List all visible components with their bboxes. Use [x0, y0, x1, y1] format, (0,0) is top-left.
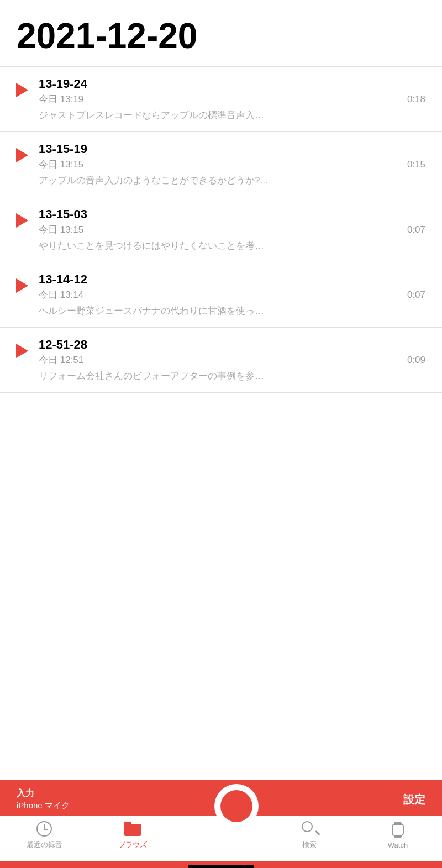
play-button[interactable] [11, 275, 33, 297]
tab-search-label: 検索 [302, 840, 317, 850]
recording-date: 今日 13:14 [39, 288, 402, 301]
play-triangle-icon [16, 344, 28, 358]
play-triangle-icon [16, 83, 28, 97]
list-item[interactable]: 13-19-24 今日 13:19 ジャストプレスレコードならアップルの標準音声… [0, 67, 442, 132]
recording-list: 13-19-24 今日 13:19 ジャストプレスレコードならアップルの標準音声… [0, 67, 442, 393]
recording-duration: 0:09 [407, 355, 425, 366]
page-title: 2021-12-20 [17, 17, 425, 55]
tab-browse[interactable]: ブラウズ [99, 820, 166, 850]
recording-preview: やりたいことを見つけるにはやりたくないことを考… [39, 239, 402, 252]
list-item[interactable]: 13-15-03 今日 13:15 やりたいことを見つけるにはやりたくないことを… [0, 197, 442, 262]
tab-recent[interactable]: 最近の録音 [11, 820, 77, 850]
recording-name: 13-19-24 [39, 77, 402, 91]
list-item[interactable]: 12-51-28 今日 12:51 リフォーム会社さんのビフォーアフターの事例を… [0, 328, 442, 393]
play-triangle-icon [16, 213, 28, 228]
play-button[interactable] [11, 340, 33, 362]
record-button-inner [220, 790, 252, 822]
play-button[interactable] [11, 144, 33, 166]
list-item[interactable]: 13-14-12 今日 13:14 ヘルシー野菜ジュースバナナの代わりに甘酒を使… [0, 262, 442, 328]
recording-info: 13-19-24 今日 13:19 ジャストプレスレコードならアップルの標準音声… [33, 77, 402, 122]
input-info: 入力 iPhone マイク [17, 788, 70, 811]
tab-search[interactable]: 検索 [276, 820, 343, 850]
recording-info: 13-15-03 今日 13:15 やりたいことを見つけるにはやりたくないことを… [33, 207, 402, 252]
recording-preview: アップルの音声入力のようなことができるかどうか?... [39, 174, 402, 187]
recording-duration: 0:07 [407, 224, 425, 235]
tab-browse-label: ブラウズ [118, 840, 147, 850]
input-device: iPhone マイク [17, 801, 70, 811]
recording-name: 13-15-03 [39, 207, 402, 222]
recording-preview: ヘルシー野菜ジュースバナナの代わりに甘酒を使っ… [39, 304, 402, 317]
page-header: 2021-12-20 [0, 0, 442, 66]
recording-duration: 0:07 [407, 290, 425, 301]
recording-name: 13-15-19 [39, 142, 402, 156]
recording-date: 今日 12:51 [39, 354, 402, 366]
recording-name: 12-51-28 [39, 338, 402, 352]
recording-date: 今日 13:19 [39, 93, 402, 106]
recording-date: 今日 13:15 [39, 223, 402, 236]
settings-button[interactable]: 設定 [403, 792, 425, 807]
recording-info: 13-15-19 今日 13:15 アップルの音声入力のようなことができるかどう… [33, 142, 402, 187]
toolbar-info-bar: 入力 iPhone マイク 設定 [0, 780, 442, 816]
tab-watch-label: Watch [388, 841, 408, 849]
recording-duration: 0:18 [407, 94, 425, 105]
clock-icon [35, 820, 53, 838]
play-triangle-icon [16, 148, 28, 162]
home-indicator [188, 865, 254, 868]
folder-icon [124, 820, 141, 838]
play-button[interactable] [11, 209, 33, 232]
tab-recent-label: 最近の録音 [27, 840, 62, 850]
search-icon [301, 820, 318, 838]
recording-name: 13-14-12 [39, 272, 402, 287]
recording-preview: ジャストプレスレコードならアップルの標準音声入… [39, 109, 402, 122]
play-button[interactable] [11, 79, 33, 101]
bottom-toolbar: 入力 iPhone マイク 設定 最近の録音 ブラウズ [0, 780, 442, 868]
recording-duration: 0:15 [407, 159, 425, 170]
recording-preview: リフォーム会社さんのビフォーアフターの事例を参… [39, 370, 402, 382]
recording-info: 13-14-12 今日 13:14 ヘルシー野菜ジュースバナナの代わりに甘酒を使… [33, 272, 402, 317]
play-triangle-icon [16, 278, 28, 293]
recording-info: 12-51-28 今日 12:51 リフォーム会社さんのビフォーアフターの事例を… [33, 338, 402, 382]
tab-watch[interactable]: Watch [365, 821, 431, 849]
recording-date: 今日 13:15 [39, 158, 402, 171]
list-item[interactable]: 13-15-19 今日 13:15 アップルの音声入力のようなことができるかどう… [0, 132, 442, 197]
record-button[interactable] [214, 784, 259, 828]
watch-icon [389, 821, 407, 839]
empty-content-area [0, 393, 442, 669]
input-label: 入力 [17, 788, 70, 799]
